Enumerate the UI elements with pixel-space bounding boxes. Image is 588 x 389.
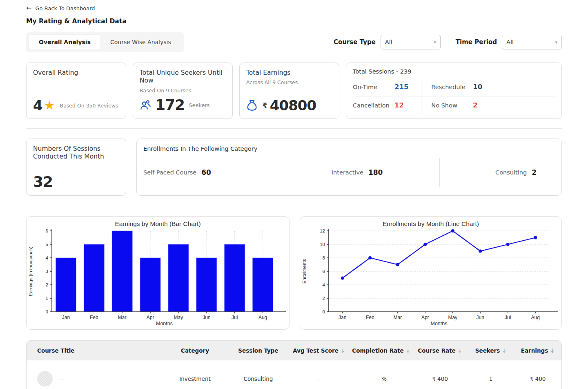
column-label: Category xyxy=(181,347,209,354)
unique-seekers-title: Total Unique Seekers Until Now xyxy=(140,69,226,85)
enrollment-stat-self-paced: Self Paced Course 60 xyxy=(143,158,275,187)
sort-desc-icon[interactable]: ↓ xyxy=(458,348,462,354)
svg-text:3: 3 xyxy=(46,269,48,274)
sort-desc-icon[interactable]: ↓ xyxy=(550,348,555,354)
svg-text:Jul: Jul xyxy=(232,315,238,320)
course-title-cell: -- xyxy=(27,371,161,387)
enrollment-stat-label: Self Paced Course xyxy=(143,169,196,176)
svg-text:Enrollments: Enrollments xyxy=(302,259,307,284)
avg-test-score-cell: - xyxy=(288,376,350,382)
svg-text:Jun: Jun xyxy=(477,315,484,320)
svg-text:0: 0 xyxy=(46,309,48,314)
column-header-seekers[interactable]: Seekers↓ xyxy=(468,347,514,354)
charts-row: Earnings by Month (Bar Chart) 0123456Jan… xyxy=(26,216,562,330)
course-type-value: All xyxy=(385,39,392,45)
tab-course-wise-analysis[interactable]: Course Wise Analysis xyxy=(100,35,181,49)
session-stat-value: 215 xyxy=(394,83,408,91)
svg-text:Apr: Apr xyxy=(147,315,154,320)
session-stat-value: 10 xyxy=(473,83,482,91)
svg-text:Apr: Apr xyxy=(421,315,429,320)
table-row: -- Investment Consulting - -- % ₹ 400 1 … xyxy=(27,360,561,389)
enrollment-stat-value: 180 xyxy=(368,168,383,177)
seekers-cell: 1 xyxy=(468,376,514,382)
total-sessions-title: Total Sessions - 239 xyxy=(353,68,555,75)
course-type-select[interactable]: All ▾ xyxy=(381,35,441,49)
unique-seekers-value: 172 xyxy=(155,98,185,112)
completion-rate-cell: -- % xyxy=(350,376,412,382)
course-type-label: Course Type xyxy=(334,38,376,46)
filters: Course Type All ▾ Time Period All ▾ xyxy=(334,35,562,49)
svg-text:0: 0 xyxy=(323,309,325,314)
svg-text:Aug: Aug xyxy=(258,315,267,320)
total-earnings-title: Total Earnings xyxy=(246,69,332,77)
back-label: Go Back To Dashboard xyxy=(35,5,95,11)
svg-text:May: May xyxy=(174,315,183,320)
stats-row: Overall Rating 4 ★ Based On 350 Reviews … xyxy=(26,63,562,119)
section-divider xyxy=(26,128,562,129)
course-rate-cell: ₹ 400 xyxy=(412,376,468,382)
page-title: My Rating & Analytical Data xyxy=(26,18,562,25)
analysis-tabs: Overall Analysis Course Wise Analysis xyxy=(26,32,184,52)
svg-text:5: 5 xyxy=(46,242,48,247)
enrollment-stat-label: Interactive xyxy=(332,169,363,176)
svg-text:Months: Months xyxy=(156,321,173,326)
column-header-course-rate[interactable]: Course Rate↓ xyxy=(412,347,468,354)
column-header-avg-test-score[interactable]: Avg Test Score↓ xyxy=(288,347,350,354)
svg-text:Jul: Jul xyxy=(505,315,511,320)
stats-row-2: Numbers Of Sessions Conducted This Month… xyxy=(26,139,562,196)
svg-text:May: May xyxy=(448,315,457,320)
table-header-row: Course Title Category Session Type Avg T… xyxy=(27,341,561,360)
session-stat-on-time: On-Time 215 xyxy=(353,78,421,96)
enrollments-category-row: Self Paced Course 60 Interactive 180 Con… xyxy=(143,158,555,187)
chevron-down-icon: ▾ xyxy=(434,40,436,45)
section-divider xyxy=(26,205,562,205)
column-label: Earnings xyxy=(521,347,548,354)
earnings-bar-chart-card: Earnings by Month (Bar Chart) 0123456Jan… xyxy=(26,216,290,330)
column-label: Seekers xyxy=(475,347,500,354)
session-stat-cancellation: Cancellation 12 xyxy=(353,96,421,114)
svg-text:Feb: Feb xyxy=(90,315,98,320)
column-header-earnings[interactable]: Earnings↓ xyxy=(514,347,561,354)
filters-divider xyxy=(448,35,448,49)
unique-seekers-unit: Seekers xyxy=(189,102,209,108)
time-period-select[interactable]: All ▾ xyxy=(502,35,562,49)
svg-text:12: 12 xyxy=(320,228,325,233)
time-period-filter: Time Period All ▾ xyxy=(456,35,562,49)
rupee-icon: ₹ xyxy=(263,101,267,110)
sessions-this-month-value: 32 xyxy=(33,174,53,189)
svg-text:4: 4 xyxy=(46,255,49,260)
column-header-completion-rate[interactable]: Completion Rate↓ xyxy=(350,347,412,354)
svg-text:Earnings (in thousands): Earnings (in thousands) xyxy=(28,246,33,296)
column-header-course-title: Course Title xyxy=(27,347,161,354)
svg-text:1: 1 xyxy=(46,296,48,301)
back-to-dashboard-link[interactable]: ← Go Back To Dashboard xyxy=(26,5,562,11)
svg-text:10: 10 xyxy=(320,242,325,247)
total-earnings-subtitle: Across All 9 Courses xyxy=(246,79,332,85)
time-period-label: Time Period xyxy=(456,38,497,46)
sort-desc-icon[interactable]: ↓ xyxy=(406,348,410,354)
overall-rating-value: 4 xyxy=(33,98,42,112)
svg-text:Feb: Feb xyxy=(366,315,374,320)
money-bag-icon xyxy=(246,99,258,112)
courses-table: Course Title Category Session Type Avg T… xyxy=(26,340,562,389)
enrollment-stat-interactive: Interactive 180 xyxy=(275,158,440,187)
column-label: Avg Test Score xyxy=(293,347,339,354)
column-header-category: Category xyxy=(161,347,229,354)
overall-rating-subtitle: Based On 350 Reviews xyxy=(60,103,118,109)
column-header-session-type: Session Type xyxy=(229,347,288,354)
tab-overall-analysis[interactable]: Overall Analysis xyxy=(29,35,100,49)
svg-text:Mar: Mar xyxy=(393,315,402,320)
back-arrow-icon: ← xyxy=(26,5,31,11)
avatar xyxy=(37,371,53,387)
svg-text:6: 6 xyxy=(46,228,48,233)
enrollments-category-title: Enrollments In The Following Category xyxy=(143,145,555,152)
unique-seekers-card: Total Unique Seekers Until Now Based On … xyxy=(133,63,233,119)
svg-text:Months: Months xyxy=(431,321,448,326)
sort-desc-icon[interactable]: ↓ xyxy=(502,348,506,354)
sort-desc-icon[interactable]: ↓ xyxy=(341,348,345,354)
session-stat-label: No Show xyxy=(431,102,473,109)
course-title-text: -- xyxy=(60,376,64,382)
line-chart-title: Enrollments by Month (Line Chart) xyxy=(300,220,561,228)
earnings-cell: ₹ 400 xyxy=(514,376,561,382)
column-label: Course Title xyxy=(37,347,74,354)
